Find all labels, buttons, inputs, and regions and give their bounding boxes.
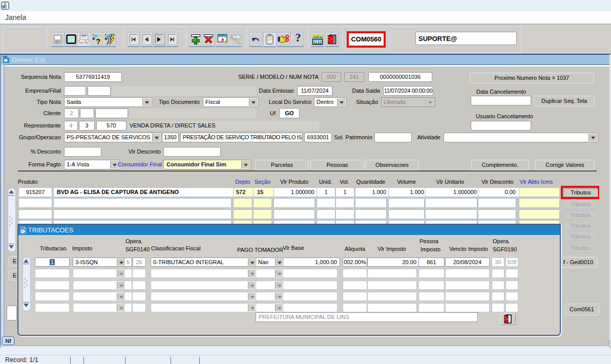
svg-text:?: ?	[96, 37, 101, 46]
svg-text:Menu: Menu	[312, 33, 322, 38]
